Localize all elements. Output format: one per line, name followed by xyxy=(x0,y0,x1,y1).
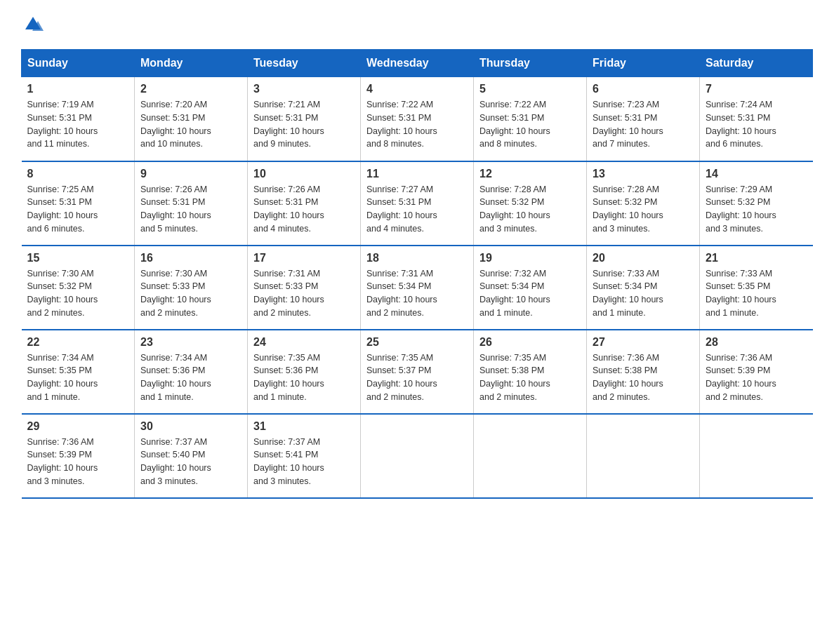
calendar-cell: 21 Sunrise: 7:33 AM Sunset: 5:35 PM Dayl… xyxy=(700,246,813,330)
day-info: Sunrise: 7:36 AM Sunset: 5:39 PM Dayligh… xyxy=(27,436,129,488)
day-number: 11 xyxy=(366,168,468,180)
day-number: 9 xyxy=(140,168,241,180)
calendar-cell xyxy=(700,414,813,498)
calendar-week-row: 1 Sunrise: 7:19 AM Sunset: 5:31 PM Dayli… xyxy=(22,77,813,161)
calendar-cell: 15 Sunrise: 7:30 AM Sunset: 5:32 PM Dayl… xyxy=(22,246,135,330)
day-header-tuesday: Tuesday xyxy=(248,50,361,77)
day-info: Sunrise: 7:37 AM Sunset: 5:40 PM Dayligh… xyxy=(140,436,241,488)
day-header-monday: Monday xyxy=(135,50,248,77)
day-number: 14 xyxy=(706,168,807,180)
day-number: 30 xyxy=(140,420,241,433)
calendar-cell: 11 Sunrise: 7:27 AM Sunset: 5:31 PM Dayl… xyxy=(361,161,474,246)
day-info: Sunrise: 7:29 AM Sunset: 5:32 PM Dayligh… xyxy=(706,183,807,236)
day-number: 23 xyxy=(140,336,241,349)
day-number: 26 xyxy=(479,336,581,349)
day-number: 13 xyxy=(593,168,694,180)
day-number: 2 xyxy=(140,83,241,95)
logo xyxy=(21,14,45,35)
calendar-cell: 18 Sunrise: 7:31 AM Sunset: 5:34 PM Dayl… xyxy=(361,246,474,330)
calendar-cell: 5 Sunrise: 7:22 AM Sunset: 5:31 PM Dayli… xyxy=(474,77,587,161)
day-number: 19 xyxy=(479,252,581,264)
calendar-cell xyxy=(361,414,474,498)
day-number: 27 xyxy=(593,336,694,349)
day-info: Sunrise: 7:20 AM Sunset: 5:31 PM Dayligh… xyxy=(140,98,241,151)
calendar-week-row: 8 Sunrise: 7:25 AM Sunset: 5:31 PM Dayli… xyxy=(22,161,813,246)
day-header-sunday: Sunday xyxy=(22,50,135,77)
calendar-cell: 27 Sunrise: 7:36 AM Sunset: 5:38 PM Dayl… xyxy=(587,330,700,414)
day-number: 20 xyxy=(593,252,694,264)
day-header-thursday: Thursday xyxy=(474,50,587,77)
day-info: Sunrise: 7:36 AM Sunset: 5:38 PM Dayligh… xyxy=(593,351,694,404)
day-info: Sunrise: 7:28 AM Sunset: 5:32 PM Dayligh… xyxy=(479,183,581,236)
day-info: Sunrise: 7:32 AM Sunset: 5:34 PM Dayligh… xyxy=(479,267,581,320)
day-info: Sunrise: 7:26 AM Sunset: 5:31 PM Dayligh… xyxy=(253,183,355,236)
calendar-cell: 24 Sunrise: 7:35 AM Sunset: 5:36 PM Dayl… xyxy=(248,330,361,414)
day-info: Sunrise: 7:34 AM Sunset: 5:35 PM Dayligh… xyxy=(27,351,129,404)
day-number: 31 xyxy=(253,420,355,433)
calendar-cell: 8 Sunrise: 7:25 AM Sunset: 5:31 PM Dayli… xyxy=(22,161,135,246)
day-info: Sunrise: 7:23 AM Sunset: 5:31 PM Dayligh… xyxy=(593,98,694,151)
page-header xyxy=(21,14,813,35)
calendar-cell: 25 Sunrise: 7:35 AM Sunset: 5:37 PM Dayl… xyxy=(361,330,474,414)
day-info: Sunrise: 7:30 AM Sunset: 5:33 PM Dayligh… xyxy=(140,267,241,320)
calendar-cell: 12 Sunrise: 7:28 AM Sunset: 5:32 PM Dayl… xyxy=(474,161,587,246)
day-number: 25 xyxy=(366,336,468,349)
calendar-cell xyxy=(587,414,700,498)
day-info: Sunrise: 7:35 AM Sunset: 5:36 PM Dayligh… xyxy=(253,351,355,404)
calendar-week-row: 22 Sunrise: 7:34 AM Sunset: 5:35 PM Dayl… xyxy=(22,330,813,414)
day-info: Sunrise: 7:36 AM Sunset: 5:39 PM Dayligh… xyxy=(706,351,807,404)
calendar-table: SundayMondayTuesdayWednesdayThursdayFrid… xyxy=(21,49,813,499)
day-info: Sunrise: 7:28 AM Sunset: 5:32 PM Dayligh… xyxy=(593,183,694,236)
day-number: 12 xyxy=(479,168,581,180)
calendar-cell: 13 Sunrise: 7:28 AM Sunset: 5:32 PM Dayl… xyxy=(587,161,700,246)
day-info: Sunrise: 7:22 AM Sunset: 5:31 PM Dayligh… xyxy=(366,98,468,151)
calendar-cell: 9 Sunrise: 7:26 AM Sunset: 5:31 PM Dayli… xyxy=(135,161,248,246)
calendar-cell: 6 Sunrise: 7:23 AM Sunset: 5:31 PM Dayli… xyxy=(587,77,700,161)
day-info: Sunrise: 7:34 AM Sunset: 5:36 PM Dayligh… xyxy=(140,351,241,404)
day-info: Sunrise: 7:27 AM Sunset: 5:31 PM Dayligh… xyxy=(366,183,468,236)
logo-icon xyxy=(22,14,44,35)
calendar-cell: 29 Sunrise: 7:36 AM Sunset: 5:39 PM Dayl… xyxy=(22,414,135,498)
calendar-cell: 19 Sunrise: 7:32 AM Sunset: 5:34 PM Dayl… xyxy=(474,246,587,330)
day-info: Sunrise: 7:37 AM Sunset: 5:41 PM Dayligh… xyxy=(253,436,355,488)
day-info: Sunrise: 7:33 AM Sunset: 5:35 PM Dayligh… xyxy=(706,267,807,320)
day-info: Sunrise: 7:25 AM Sunset: 5:31 PM Dayligh… xyxy=(27,183,129,236)
calendar-cell: 23 Sunrise: 7:34 AM Sunset: 5:36 PM Dayl… xyxy=(135,330,248,414)
day-header-saturday: Saturday xyxy=(700,50,813,77)
calendar-cell: 16 Sunrise: 7:30 AM Sunset: 5:33 PM Dayl… xyxy=(135,246,248,330)
calendar-cell: 20 Sunrise: 7:33 AM Sunset: 5:34 PM Dayl… xyxy=(587,246,700,330)
calendar-cell: 17 Sunrise: 7:31 AM Sunset: 5:33 PM Dayl… xyxy=(248,246,361,330)
day-number: 21 xyxy=(706,252,807,264)
calendar-cell: 26 Sunrise: 7:35 AM Sunset: 5:38 PM Dayl… xyxy=(474,330,587,414)
day-number: 22 xyxy=(27,336,129,349)
day-info: Sunrise: 7:21 AM Sunset: 5:31 PM Dayligh… xyxy=(253,98,355,151)
day-number: 29 xyxy=(27,420,129,433)
day-header-wednesday: Wednesday xyxy=(361,50,474,77)
day-number: 15 xyxy=(27,252,129,264)
day-info: Sunrise: 7:33 AM Sunset: 5:34 PM Dayligh… xyxy=(593,267,694,320)
calendar-cell: 3 Sunrise: 7:21 AM Sunset: 5:31 PM Dayli… xyxy=(248,77,361,161)
calendar-cell: 1 Sunrise: 7:19 AM Sunset: 5:31 PM Dayli… xyxy=(22,77,135,161)
day-number: 24 xyxy=(253,336,355,349)
day-info: Sunrise: 7:24 AM Sunset: 5:31 PM Dayligh… xyxy=(706,98,807,151)
day-number: 18 xyxy=(366,252,468,264)
day-info: Sunrise: 7:22 AM Sunset: 5:31 PM Dayligh… xyxy=(479,98,581,151)
day-number: 6 xyxy=(593,83,694,95)
calendar-header-row: SundayMondayTuesdayWednesdayThursdayFrid… xyxy=(22,50,813,77)
day-number: 1 xyxy=(27,83,129,95)
day-number: 16 xyxy=(140,252,241,264)
calendar-cell: 31 Sunrise: 7:37 AM Sunset: 5:41 PM Dayl… xyxy=(248,414,361,498)
calendar-cell: 10 Sunrise: 7:26 AM Sunset: 5:31 PM Dayl… xyxy=(248,161,361,246)
calendar-cell: 14 Sunrise: 7:29 AM Sunset: 5:32 PM Dayl… xyxy=(700,161,813,246)
day-info: Sunrise: 7:19 AM Sunset: 5:31 PM Dayligh… xyxy=(27,98,129,151)
day-number: 17 xyxy=(253,252,355,264)
day-info: Sunrise: 7:30 AM Sunset: 5:32 PM Dayligh… xyxy=(27,267,129,320)
calendar-cell: 28 Sunrise: 7:36 AM Sunset: 5:39 PM Dayl… xyxy=(700,330,813,414)
calendar-week-row: 29 Sunrise: 7:36 AM Sunset: 5:39 PM Dayl… xyxy=(22,414,813,498)
day-info: Sunrise: 7:31 AM Sunset: 5:34 PM Dayligh… xyxy=(366,267,468,320)
day-header-friday: Friday xyxy=(587,50,700,77)
calendar-cell: 7 Sunrise: 7:24 AM Sunset: 5:31 PM Dayli… xyxy=(700,77,813,161)
calendar-cell: 4 Sunrise: 7:22 AM Sunset: 5:31 PM Dayli… xyxy=(361,77,474,161)
calendar-cell xyxy=(474,414,587,498)
calendar-cell: 22 Sunrise: 7:34 AM Sunset: 5:35 PM Dayl… xyxy=(22,330,135,414)
